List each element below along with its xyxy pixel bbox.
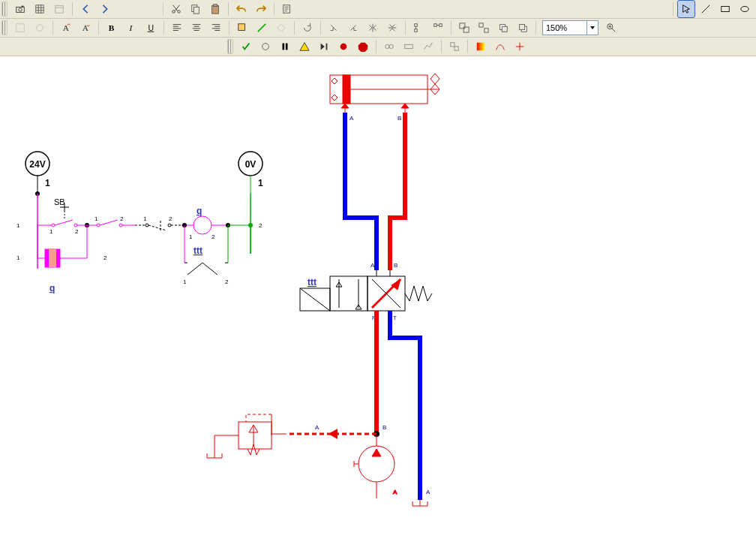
svg-text:2: 2 xyxy=(259,222,262,229)
svg-point-60 xyxy=(146,224,148,227)
svg-rect-11 xyxy=(722,7,730,12)
contact-nc: 1 2 xyxy=(135,215,182,230)
warning-icon[interactable] xyxy=(296,38,314,56)
record-icon[interactable] xyxy=(334,38,352,56)
italic-icon[interactable]: I xyxy=(122,19,140,37)
font-decrease-icon[interactable]: A xyxy=(76,19,94,37)
svg-rect-35 xyxy=(285,44,287,50)
cut-icon[interactable] xyxy=(167,0,185,18)
svg-rect-42 xyxy=(476,43,484,51)
svg-rect-82 xyxy=(343,75,350,104)
svg-text:2: 2 xyxy=(120,215,124,222)
back-icon[interactable] xyxy=(514,19,532,37)
rotate-left-icon[interactable] xyxy=(344,19,362,37)
sim4-icon[interactable] xyxy=(446,38,464,56)
relief-valve xyxy=(207,414,286,458)
svg-rect-24 xyxy=(460,23,465,29)
redo-icon[interactable] xyxy=(252,0,270,18)
method1-icon xyxy=(11,19,29,37)
paste-icon[interactable] xyxy=(206,0,224,18)
svg-text:U: U xyxy=(148,23,154,32)
back-arrow-icon[interactable] xyxy=(76,0,94,18)
svg-rect-9 xyxy=(213,5,217,7)
rotate-icon[interactable] xyxy=(298,19,316,37)
svg-rect-40 xyxy=(450,43,454,47)
line-color-icon[interactable] xyxy=(253,19,271,37)
svg-rect-7 xyxy=(194,7,199,14)
zoom-in-icon[interactable] xyxy=(602,19,620,37)
coil-q: q 1 2 xyxy=(189,206,215,240)
camera-icon[interactable] xyxy=(11,0,29,18)
svg-text:2: 2 xyxy=(75,228,79,235)
gradient-icon[interactable] xyxy=(472,38,490,56)
rotate-right-icon[interactable] xyxy=(325,19,343,37)
svg-text:1: 1 xyxy=(183,279,187,285)
svg-rect-75 xyxy=(49,249,56,267)
rectangle-icon[interactable] xyxy=(716,0,734,18)
check-icon[interactable] xyxy=(237,38,255,56)
mirror-h-icon[interactable] xyxy=(364,19,382,37)
svg-point-4 xyxy=(172,11,176,14)
svg-point-12 xyxy=(741,7,749,12)
svg-text:1: 1 xyxy=(143,215,147,222)
relief-branch: A B xyxy=(286,424,386,439)
paint-icon xyxy=(272,19,290,37)
svg-point-51 xyxy=(52,224,55,227)
svg-point-5 xyxy=(178,11,181,14)
mirror-v-icon[interactable] xyxy=(383,19,401,37)
curve-icon[interactable] xyxy=(491,38,509,56)
svg-text:q: q xyxy=(196,206,202,216)
directional-valve xyxy=(300,276,432,311)
front-icon[interactable] xyxy=(494,19,512,37)
line-icon[interactable] xyxy=(697,0,715,18)
ellipse-icon[interactable] xyxy=(736,0,754,18)
svg-text:A: A xyxy=(82,23,89,32)
underline-icon[interactable]: U xyxy=(142,19,160,37)
cylinder xyxy=(330,74,440,104)
svg-text:A: A xyxy=(426,489,430,495)
svg-text:24V: 24V xyxy=(29,159,45,170)
svg-text:2: 2 xyxy=(225,279,229,285)
sim2-icon[interactable] xyxy=(400,38,418,56)
pause-icon[interactable] xyxy=(276,38,294,56)
supply-0v: 0V 1 xyxy=(238,152,263,194)
hydraulic-circuit: A B A B ttt P T xyxy=(207,74,440,506)
ungroup-icon[interactable] xyxy=(475,19,493,37)
svg-rect-22 xyxy=(434,24,437,27)
align-center-icon[interactable] xyxy=(188,19,206,37)
fill-color-icon[interactable] xyxy=(233,19,251,37)
svg-point-65 xyxy=(194,216,212,234)
svg-rect-27 xyxy=(484,29,488,32)
zoom-dropdown-icon[interactable] xyxy=(586,21,598,35)
svg-point-36 xyxy=(340,44,346,50)
copy-icon[interactable] xyxy=(187,0,205,18)
sim3-icon[interactable] xyxy=(419,38,437,56)
font-increase-icon[interactable]: A xyxy=(57,19,75,37)
pushbutton-sb: SB 1 2 xyxy=(38,197,79,235)
bold-icon[interactable]: B xyxy=(103,19,121,37)
align-vert-icon[interactable] xyxy=(410,19,428,37)
zoom-input[interactable] xyxy=(542,20,598,35)
svg-rect-97 xyxy=(238,422,272,449)
align-horiz-icon[interactable] xyxy=(429,19,447,37)
svg-point-55 xyxy=(97,224,100,227)
skip-icon[interactable] xyxy=(315,38,333,56)
grid-icon[interactable] xyxy=(31,0,49,18)
undo-icon[interactable] xyxy=(232,0,250,18)
group-icon[interactable] xyxy=(455,19,473,37)
schematic-canvas[interactable]: 24V 1 0V 1 SB 1 2 xyxy=(0,59,756,542)
sim1-icon[interactable] xyxy=(380,38,398,56)
align-left-icon[interactable] xyxy=(168,19,186,37)
svg-rect-89 xyxy=(330,276,368,311)
svg-rect-3 xyxy=(56,6,64,14)
ball-icon[interactable] xyxy=(256,38,274,56)
page-setup-icon[interactable] xyxy=(278,0,296,18)
svg-rect-39 xyxy=(404,44,412,48)
stop-icon[interactable] xyxy=(354,38,372,56)
align-right-icon[interactable] xyxy=(207,19,225,37)
svg-text:B: B xyxy=(394,262,398,269)
forward-arrow-icon[interactable] xyxy=(96,0,114,18)
svg-text:T: T xyxy=(393,315,397,321)
pointer-icon[interactable] xyxy=(677,0,695,18)
cross-icon[interactable] xyxy=(511,38,529,56)
